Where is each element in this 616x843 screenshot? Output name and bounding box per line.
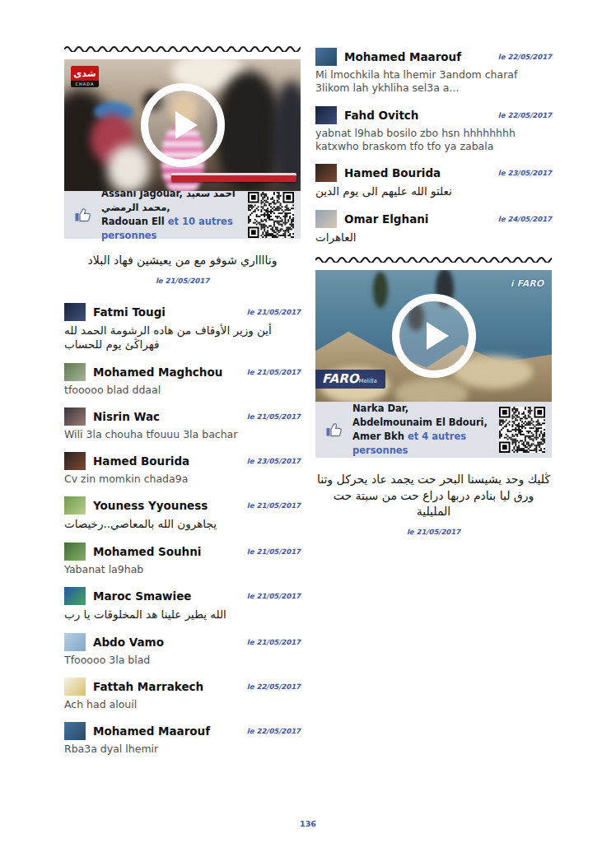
comment-date: le 23/05/2017 xyxy=(498,169,552,177)
commenter-name[interactable]: Fatmi Tougi xyxy=(93,305,166,319)
qr-code xyxy=(248,192,294,238)
comment: Mohamed Maarouf le 22/05/2017 Rba3a dyal… xyxy=(64,722,301,756)
avatar xyxy=(64,633,86,651)
commenter-name[interactable]: Youness Yyouness xyxy=(93,499,208,512)
comment: Youness Yyouness le 21/05/2017 يجاهرون ا… xyxy=(64,496,301,532)
left-column: شدى CHADA Assani Jagouar, احمد سعيد محمد… xyxy=(64,0,301,767)
commenter-name[interactable]: Fahd Ovitch xyxy=(344,109,419,122)
page-number: 136 xyxy=(0,819,616,828)
comment-text: Ach had alouil xyxy=(64,698,301,711)
comment-text: yabnat l9hab bosilo zbo hsn hhhhhhhh kat… xyxy=(315,127,552,154)
commenter-name[interactable]: Mohamed Souhni xyxy=(93,545,201,558)
comment: Hamed Bourida le 23/05/2017 Cv zin momki… xyxy=(64,452,301,486)
avatar xyxy=(315,48,337,66)
comment: Omar Elghani le 24/05/2017 العاهرات xyxy=(315,210,552,245)
avatar xyxy=(64,587,86,605)
comment-text: يجاهرون الله بالمعاصي..رخيصات xyxy=(64,517,301,532)
comment-text: أين وزير الأوقاف من هاده الرشومة الحمد ل… xyxy=(64,324,301,352)
comment: Maroc Smawiee le 21/05/2017 الله يطير عل… xyxy=(64,587,301,622)
comment-text: tfooooo blad ddaal xyxy=(64,384,301,397)
post-caption: ونااااري شوفو مع من يعيشين فهاد البلاد xyxy=(64,253,301,269)
avatar xyxy=(64,722,86,740)
comment-date: le 21/05/2017 xyxy=(247,412,301,421)
comment: Nisrin Wac le 21/05/2017 Wili 3la chouha… xyxy=(64,408,301,441)
commenter-name[interactable]: Hamed Bourida xyxy=(344,166,441,179)
comment-date: le 22/05/2017 xyxy=(498,53,552,61)
post-date: le 21/05/2017 xyxy=(315,528,552,536)
commenter-name[interactable]: Omar Elghani xyxy=(344,212,428,226)
comment-date: le 22/05/2017 xyxy=(498,111,552,119)
comments-list: Mohamed Maarouf le 22/05/2017 Mi lmochki… xyxy=(315,48,552,245)
avatar xyxy=(64,452,86,470)
comment: Fahd Ovitch le 22/05/2017 yabnat l9hab b… xyxy=(315,106,552,154)
likes-text: Narka Dar, Abdelmounaim El Bdouri, Amer … xyxy=(352,402,492,459)
video-post-2[interactable]: i FARO FAROMelilla xyxy=(315,270,552,402)
avatar xyxy=(64,496,86,515)
comment-text: الله يطير علينا هد المخلوقات يا رب xyxy=(64,608,301,622)
avatar xyxy=(315,106,337,124)
liker-name[interactable]: Radouan Ell xyxy=(101,216,165,227)
comment: Fatmi Tougi le 21/05/2017 أين وزير الأوق… xyxy=(64,303,301,352)
comment-date: le 23/05/2017 xyxy=(247,457,301,465)
comment: Mohamed Maarouf le 22/05/2017 Mi lmochki… xyxy=(315,48,552,95)
comment-text: Mi lmochkila hta lhemir 3andom charaf 3l… xyxy=(315,68,552,95)
liker-names[interactable]: Narka Dar, Abdelmounaim El Bdouri, xyxy=(352,403,488,428)
post-date: le 21/05/2017 xyxy=(64,277,301,285)
liker-names[interactable]: Assani Jagouar, احمد سعيد محمد الرمضي, xyxy=(101,188,236,213)
play-button[interactable] xyxy=(315,270,552,402)
post-caption: ڭليك وحد يشيسنا البحر حت يجمد عاد يحركل … xyxy=(315,472,552,520)
comment-text: نعلتو الله عليهم الى يوم الدين xyxy=(315,184,552,199)
commenter-name[interactable]: Nisrin Wac xyxy=(93,410,160,423)
comments-list: Fatmi Tougi le 21/05/2017 أين وزير الأوق… xyxy=(64,303,301,757)
comment-date: le 24/05/2017 xyxy=(498,215,552,223)
commenter-name[interactable]: Abdo Vamo xyxy=(93,636,164,649)
avatar xyxy=(64,363,86,381)
video-post-1[interactable]: شدى CHADA xyxy=(64,59,301,191)
avatar xyxy=(315,210,337,228)
comment: Mohamed Maghchou le 21/05/2017 tfooooo b… xyxy=(64,363,301,397)
comment-date: le 21/05/2017 xyxy=(247,547,301,556)
play-icon xyxy=(427,322,449,350)
comment-date: le 21/05/2017 xyxy=(247,368,301,376)
avatar xyxy=(64,408,86,426)
comment-text: العاهرات xyxy=(315,231,552,245)
commenter-name[interactable]: Mohamed Maarouf xyxy=(344,50,461,63)
comment-date: le 22/05/2017 xyxy=(247,682,301,691)
comment-date: le 22/05/2017 xyxy=(247,727,301,735)
qr-code xyxy=(499,407,545,453)
liker-name[interactable]: Amer Bkh xyxy=(352,431,404,442)
commenter-name[interactable]: Hamed Bourida xyxy=(93,454,189,468)
avatar xyxy=(315,164,337,182)
comment: Fattah Marrakech le 22/05/2017 Ach had a… xyxy=(64,678,301,711)
comment-date: le 21/05/2017 xyxy=(247,592,301,600)
comment-date: le 21/05/2017 xyxy=(247,501,301,510)
avatar xyxy=(64,303,86,321)
play-button[interactable] xyxy=(64,59,301,191)
comment-text: Yabanat la9hab xyxy=(64,563,301,576)
play-icon xyxy=(175,111,198,139)
comment: Hamed Bourida le 23/05/2017 نعلتو الله ع… xyxy=(315,164,552,199)
like-icon xyxy=(74,206,94,224)
commenter-name[interactable]: Maroc Smawiee xyxy=(93,589,192,603)
like-icon xyxy=(325,421,345,439)
right-column: Mohamed Maarouf le 22/05/2017 Mi lmochki… xyxy=(315,0,552,536)
comment-date: le 21/05/2017 xyxy=(247,638,301,646)
comment-text: Tfooooo 3la blad xyxy=(64,654,301,667)
avatar xyxy=(64,678,86,696)
avatar xyxy=(64,543,86,561)
comment-text: Rba3a dyal lhemir xyxy=(64,743,301,756)
wave-divider xyxy=(315,255,552,263)
comment-text: Wili 3la chouha tfouuu 3la bachar xyxy=(64,428,301,441)
comment: Abdo Vamo le 21/05/2017 Tfooooo 3la blad xyxy=(64,633,301,667)
likes-bar: Assani Jagouar, احمد سعيد محمد الرمضي, R… xyxy=(64,191,301,239)
commenter-name[interactable]: Mohamed Maarouf xyxy=(93,724,210,738)
commenter-name[interactable]: Mohamed Maghchou xyxy=(93,366,222,379)
likes-bar: Narka Dar, Abdelmounaim El Bdouri, Amer … xyxy=(315,402,552,458)
comment: Mohamed Souhni le 21/05/2017 Yabanat la9… xyxy=(64,543,301,576)
comment-text: Cv zin momkin chada9a xyxy=(64,473,301,486)
commenter-name[interactable]: Fattah Marrakech xyxy=(93,680,203,693)
likes-text: Assani Jagouar, احمد سعيد محمد الرمضي, R… xyxy=(101,187,240,244)
page: شدى CHADA Assani Jagouar, احمد سعيد محمد… xyxy=(0,0,616,843)
wave-divider xyxy=(64,44,301,52)
comment-date: le 21/05/2017 xyxy=(247,308,301,316)
